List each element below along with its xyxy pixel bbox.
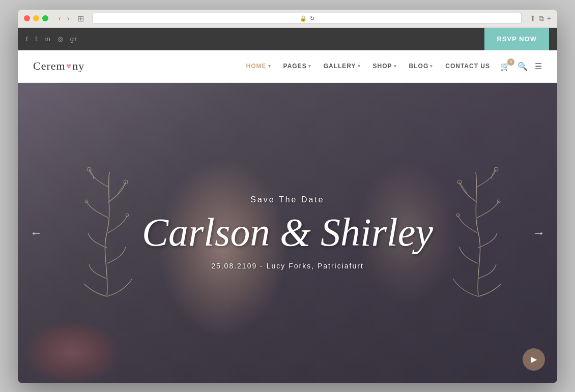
nav-item-home[interactable]: HOME ▾ — [246, 63, 271, 70]
rsvp-button[interactable]: RSVP NOW — [484, 28, 549, 50]
nav-label-blog: BLOG — [409, 63, 429, 70]
chevron-down-icon: ▾ — [268, 64, 271, 69]
nav-item-contact[interactable]: CONTACT US — [445, 63, 490, 70]
social-icons: f 𝕥 in ◎ g+ — [26, 35, 78, 43]
nav-label-shop: SHOP — [373, 63, 392, 70]
logo-text-end: ny — [72, 59, 84, 73]
hero-title: Carlson & Shirley — [142, 210, 433, 254]
duplicate-button[interactable]: ⧉ — [539, 14, 544, 23]
forward-button[interactable]: › — [65, 13, 72, 23]
nav-menu: HOME ▾ PAGES ▾ GALLERY ▾ SHOP ▾ BLOG ▾ C… — [246, 63, 490, 70]
search-button[interactable]: 🔍 — [518, 62, 528, 71]
browser-titlebar: ‹ › ⊞ 🔒 ↻ ⬆ ⧉ + — [18, 10, 557, 28]
slider-next-button[interactable]: → — [533, 226, 545, 240]
browser-actions: ⬆ ⧉ + — [530, 14, 551, 23]
facebook-icon[interactable]: f — [26, 35, 28, 43]
nav-item-gallery[interactable]: GALLERY ▾ — [324, 63, 361, 70]
hero-content: Save The Date Carlson & Shirley 25.08.21… — [18, 83, 557, 383]
hero-section: Save The Date Carlson & Shirley 25.08.21… — [18, 83, 557, 383]
nav-label-pages: PAGES — [283, 63, 307, 70]
address-text: 🔒 — [300, 15, 307, 22]
chevron-down-icon: ▾ — [394, 64, 397, 69]
logo-text-start: Cerem — [33, 59, 66, 73]
instagram-icon[interactable]: ◎ — [58, 35, 63, 43]
site-navbar: Cerem ♥ ny HOME ▾ PAGES ▾ GALLERY ▾ SHOP… — [18, 50, 557, 83]
nav-label-contact: CONTACT US — [445, 63, 490, 70]
hero-subtitle: Save The Date — [250, 195, 324, 204]
cart-button[interactable]: 🛒 0 — [500, 62, 510, 71]
slider-prev-button[interactable]: ← — [30, 226, 42, 240]
googleplus-icon[interactable]: g+ — [70, 35, 78, 43]
logo-heart-icon: ♥ — [66, 61, 72, 72]
tabs-button[interactable]: ⊞ — [77, 14, 84, 23]
maximize-button[interactable] — [42, 15, 48, 21]
chevron-down-icon: ▾ — [358, 64, 361, 69]
chevron-down-icon: ▾ — [308, 64, 311, 69]
close-button[interactable] — [24, 15, 30, 21]
menu-button[interactable]: ☰ — [535, 62, 542, 71]
refresh-icon[interactable]: ↻ — [310, 15, 314, 22]
linkedin-icon[interactable]: in — [45, 35, 50, 43]
minimize-button[interactable] — [33, 15, 39, 21]
address-bar[interactable]: 🔒 ↻ — [92, 13, 521, 24]
share-button[interactable]: ⬆ — [530, 14, 536, 23]
cart-badge: 0 — [507, 58, 514, 66]
site-logo: Cerem ♥ ny — [33, 59, 84, 73]
browser-nav-buttons: ‹ › — [56, 13, 71, 23]
chevron-down-icon: ▾ — [430, 64, 433, 69]
more-button[interactable]: + — [547, 14, 551, 23]
hero-date: 25.08.2109 - Lucy Forks, Patriciafurt — [211, 262, 364, 270]
nav-item-blog[interactable]: BLOG ▾ — [409, 63, 434, 70]
nav-item-shop[interactable]: SHOP ▾ — [373, 63, 397, 70]
back-button[interactable]: ‹ — [56, 13, 63, 23]
nav-icons: 🛒 0 🔍 ☰ — [500, 62, 542, 71]
nav-label-gallery: GALLERY — [324, 63, 356, 70]
site-toolbar: f 𝕥 in ◎ g+ RSVP NOW — [18, 28, 557, 50]
twitter-icon[interactable]: 𝕥 — [35, 35, 38, 43]
nav-item-pages[interactable]: PAGES ▾ — [283, 63, 311, 70]
browser-window: ‹ › ⊞ 🔒 ↻ ⬆ ⧉ + f 𝕥 in ◎ g+ RSVP NOW Cer… — [18, 10, 557, 383]
nav-label-home: HOME — [246, 63, 267, 70]
traffic-lights — [24, 15, 48, 21]
play-button[interactable]: ▶ — [523, 348, 545, 371]
